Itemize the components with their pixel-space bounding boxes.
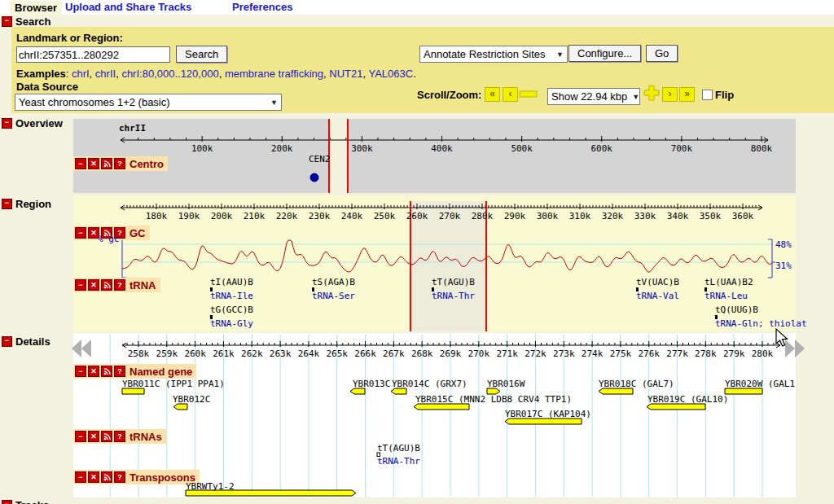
help-track-icon[interactable]: ? [114, 158, 125, 169]
details-section-title: Details [15, 335, 50, 348]
chevron-down-icon: ▼ [270, 99, 278, 107]
gene-label-1[interactable]: YBR011C (IPP1 PPA1) [122, 379, 225, 389]
region-trna-name-7[interactable]: tQ(UUG)B [715, 305, 758, 315]
region-trna-name-6[interactable]: tL(UAA)B2 [705, 277, 753, 287]
close-track-icon[interactable]: ✕ [88, 366, 99, 377]
details-trna-name-1[interactable]: tT(AGU)B [377, 443, 420, 454]
close-track-icon[interactable]: ✕ [88, 471, 99, 483]
gene-label-5[interactable]: YBR015C (MNN2 LDB8 CRV4 TTP1) [415, 394, 572, 405]
tab-upload-share[interactable]: Upload and Share Tracks [65, 1, 191, 13]
close-track-icon[interactable]: ✕ [88, 431, 99, 442]
collapse-search-icon[interactable]: − [2, 16, 12, 27]
overview-section-header: − Overview [2, 117, 63, 129]
region-section-header: − Region [2, 198, 51, 210]
gene-label-6[interactable]: YBR016W [487, 379, 525, 389]
region-trna-link-6[interactable]: tRNA-Leu [705, 291, 748, 301]
region-trna-name-5[interactable]: tV(UAC)B [636, 277, 679, 287]
scroll-zoom-label: Scroll/Zoom: [417, 89, 481, 101]
region-ruler-tick-label: 310k [563, 211, 597, 221]
track-strip-transposons: −✕?Transposons [73, 470, 200, 484]
scroll-left-button[interactable]: ‹ [503, 87, 518, 102]
region-trna-name-1[interactable]: tI(AAU)B [210, 277, 253, 287]
region-trna-link-1[interactable]: tRNA-Ile [210, 291, 253, 301]
pan-right-icon[interactable] [795, 340, 805, 357]
scroll-right-button[interactable]: › [662, 87, 678, 102]
zoom-level-select[interactable]: Show 22.94 kbp ▼ [547, 88, 640, 105]
landmark-input[interactable] [16, 46, 170, 63]
overview-ruler-tick-label: 300k [345, 143, 379, 154]
collapse-overview-icon[interactable]: − [2, 118, 12, 129]
region-trna-name-4[interactable]: tT(AGU)B [432, 277, 475, 287]
zoom-out-icon[interactable] [519, 90, 538, 99]
region-trna-name-3[interactable]: tS(AGA)B [312, 277, 355, 287]
scroll-far-left-button[interactable]: « [485, 87, 500, 102]
zoom-in-icon[interactable] [643, 85, 660, 101]
region-trna-link-7[interactable]: tRNA-Gln; thiolat [715, 318, 807, 329]
track-strip-centro: −✕?Centro [73, 156, 168, 171]
transposon-label-1[interactable]: YBRWTy1-2 [186, 481, 235, 492]
region-trna-name-2[interactable]: tG(GCC)B [210, 305, 253, 315]
example-link-6[interactable]: YAL063C [368, 68, 413, 80]
close-track-icon[interactable]: ✕ [88, 158, 99, 169]
collapse-region-icon[interactable]: − [2, 199, 12, 209]
flip-checkbox[interactable] [702, 90, 713, 100]
region-ruler-tick-label: 250k [367, 211, 402, 221]
data-source-select[interactable]: Yeast chromosomes 1+2 (basic) ▼ [15, 94, 282, 111]
details-trna-link-1[interactable]: tRNA-Thr [377, 456, 420, 467]
overview-chromosome-label: chrII [119, 123, 146, 134]
go-button[interactable]: Go [646, 45, 678, 62]
gene-label-4[interactable]: YBR014C (GRX7) [392, 379, 467, 389]
help-track-icon[interactable]: ? [114, 279, 125, 291]
flip-label: Flip [715, 89, 734, 101]
collapse-track-icon[interactable]: − [75, 279, 86, 291]
gc-axis-label: % gc [98, 234, 120, 244]
collapse-tracks-icon[interactable]: − [2, 500, 12, 504]
track-title-trna: tRNA [129, 279, 156, 291]
gene-label-9[interactable]: YBR019C (GAL10) [647, 394, 728, 405]
collapse-track-icon[interactable]: − [75, 431, 86, 442]
collapse-track-icon[interactable]: − [75, 366, 86, 377]
collapse-track-icon[interactable]: − [75, 227, 86, 239]
example-link-3[interactable]: chrI:80,000..120,000 [121, 68, 218, 80]
share-track-icon[interactable] [101, 366, 112, 377]
region-trna-link-4[interactable]: tRNA-Thr [432, 291, 475, 301]
configure-button[interactable]: Configure... [568, 45, 641, 62]
region-ruler-tick-label: 240k [335, 211, 369, 221]
share-track-icon[interactable] [101, 158, 112, 169]
example-link-5[interactable]: NUT21 [329, 68, 362, 80]
region-ruler-tick-label: 320k [595, 211, 630, 221]
example-link-2[interactable]: chrII [95, 68, 116, 80]
region-ruler-tick-label: 220k [270, 211, 304, 221]
example-link-4[interactable]: membrane trafficking [225, 68, 323, 80]
example-link-1[interactable]: chrI [72, 68, 90, 80]
collapse-track-icon[interactable]: − [75, 158, 86, 169]
scroll-far-right-button[interactable]: » [679, 87, 695, 102]
gene-label-7[interactable]: YBR017C (KAP104) [505, 409, 591, 419]
region-trna-link-5[interactable]: tRNA-Val [636, 291, 679, 301]
gene-label-8[interactable]: YBR018C (GAL7) [599, 379, 674, 389]
share-track-icon[interactable] [101, 471, 112, 483]
region-trna-link-2[interactable]: tRNA-Gly [210, 318, 253, 329]
gene-label-2[interactable]: YBR012C [173, 394, 210, 405]
close-track-icon[interactable]: ✕ [88, 279, 99, 291]
share-track-icon[interactable] [101, 279, 112, 291]
share-track-icon[interactable] [101, 431, 112, 442]
help-track-icon[interactable]: ? [114, 471, 125, 483]
landmark-label: Landmark or Region: [16, 32, 123, 44]
search-button[interactable]: Search [176, 46, 227, 63]
region-ruler-tick-label: 210k [237, 211, 271, 221]
region-trna-link-3[interactable]: tRNA-Ser [312, 291, 355, 301]
collapse-track-icon[interactable]: − [75, 471, 86, 483]
tab-preferences[interactable]: Preferences [232, 1, 292, 13]
track-title-trnas: tRNAs [129, 431, 162, 443]
plugin-select[interactable]: Annotate Restriction Sites ▼ [419, 46, 568, 63]
gene-label-3[interactable]: YBR013C [353, 379, 390, 389]
gene-label-10[interactable]: YBR020W (GAL1 [725, 379, 795, 389]
overview-centromere-label[interactable]: CEN2 [309, 154, 331, 164]
tab-browser[interactable]: Browser [10, 1, 62, 15]
track-title-centro: Centro [129, 158, 164, 170]
help-track-icon[interactable]: ? [114, 366, 125, 377]
collapse-details-icon[interactable]: − [2, 336, 12, 347]
overview-ruler-tick-label: 400k [425, 143, 459, 154]
help-track-icon[interactable]: ? [114, 431, 125, 442]
